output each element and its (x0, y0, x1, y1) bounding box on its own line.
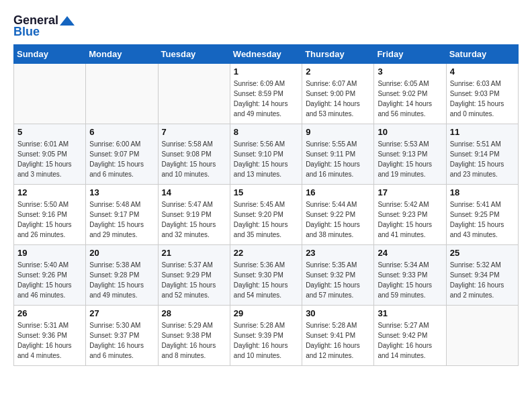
table-cell: 9Sunrise: 5:55 AM Sunset: 9:11 PM Daylig… (302, 124, 374, 185)
svg-marker-0 (60, 16, 75, 26)
day-number: 6 (89, 127, 154, 137)
day-number: 22 (234, 248, 298, 258)
day-info: Sunrise: 6:01 AM Sunset: 9:05 PM Dayligh… (17, 139, 82, 179)
week-row-5: 26Sunrise: 5:31 AM Sunset: 9:36 PM Dayli… (14, 306, 519, 366)
week-row-2: 5Sunrise: 6:01 AM Sunset: 9:05 PM Daylig… (14, 124, 519, 185)
day-number: 3 (378, 66, 442, 77)
logo-blue-text: Blue (13, 25, 40, 39)
week-row-1: 1Sunrise: 6:09 AM Sunset: 8:59 PM Daylig… (14, 64, 519, 124)
table-cell: 20Sunrise: 5:38 AM Sunset: 9:28 PM Dayli… (86, 245, 158, 306)
header-friday: Friday (374, 45, 446, 64)
day-number: 24 (378, 248, 442, 258)
day-number: 25 (450, 248, 515, 258)
day-info: Sunrise: 5:32 AM Sunset: 9:34 PM Dayligh… (450, 260, 515, 300)
logo-icon (60, 15, 75, 27)
table-cell: 7Sunrise: 5:58 AM Sunset: 9:08 PM Daylig… (158, 124, 230, 185)
day-number: 4 (450, 66, 515, 77)
day-number: 17 (378, 187, 442, 197)
table-cell: 31Sunrise: 5:27 AM Sunset: 9:42 PM Dayli… (374, 306, 446, 366)
day-info: Sunrise: 5:35 AM Sunset: 9:32 PM Dayligh… (306, 260, 370, 300)
table-cell: 27Sunrise: 5:30 AM Sunset: 9:37 PM Dayli… (86, 306, 158, 366)
day-info: Sunrise: 6:09 AM Sunset: 8:59 PM Dayligh… (234, 79, 298, 119)
day-number: 5 (17, 127, 82, 137)
day-number: 23 (306, 248, 370, 258)
day-number: 2 (306, 66, 370, 77)
page-header: General Blue (13, 13, 519, 39)
header-tuesday: Tuesday (158, 45, 230, 64)
table-cell: 4Sunrise: 6:03 AM Sunset: 9:03 PM Daylig… (446, 64, 518, 124)
day-info: Sunrise: 5:27 AM Sunset: 9:42 PM Dayligh… (378, 320, 442, 361)
day-number: 7 (162, 127, 226, 137)
day-info: Sunrise: 5:51 AM Sunset: 9:14 PM Dayligh… (450, 139, 515, 179)
table-cell: 2Sunrise: 6:07 AM Sunset: 9:00 PM Daylig… (302, 64, 374, 124)
header-thursday: Thursday (302, 45, 374, 64)
day-info: Sunrise: 5:56 AM Sunset: 9:10 PM Dayligh… (234, 139, 298, 179)
table-cell: 6Sunrise: 6:00 AM Sunset: 9:07 PM Daylig… (86, 124, 158, 185)
header-sunday: Sunday (14, 45, 86, 64)
day-number: 28 (162, 308, 226, 318)
day-info: Sunrise: 6:05 AM Sunset: 9:02 PM Dayligh… (378, 79, 442, 119)
day-info: Sunrise: 5:34 AM Sunset: 9:33 PM Dayligh… (378, 260, 442, 300)
day-number: 26 (17, 308, 82, 318)
day-info: Sunrise: 5:58 AM Sunset: 9:08 PM Dayligh… (162, 139, 226, 179)
table-cell: 5Sunrise: 6:01 AM Sunset: 9:05 PM Daylig… (14, 124, 86, 185)
day-info: Sunrise: 5:28 AM Sunset: 9:41 PM Dayligh… (306, 320, 370, 361)
week-row-3: 12Sunrise: 5:50 AM Sunset: 9:16 PM Dayli… (14, 185, 519, 245)
table-cell: 3Sunrise: 6:05 AM Sunset: 9:02 PM Daylig… (374, 64, 446, 124)
table-cell: 12Sunrise: 5:50 AM Sunset: 9:16 PM Dayli… (14, 185, 86, 245)
day-info: Sunrise: 6:07 AM Sunset: 9:00 PM Dayligh… (306, 79, 370, 119)
logo: General Blue (13, 13, 75, 39)
day-info: Sunrise: 5:45 AM Sunset: 9:20 PM Dayligh… (234, 199, 298, 240)
day-info: Sunrise: 5:38 AM Sunset: 9:28 PM Dayligh… (89, 260, 154, 300)
table-cell: 22Sunrise: 5:36 AM Sunset: 9:30 PM Dayli… (230, 245, 302, 306)
day-number: 13 (89, 187, 154, 197)
table-cell (158, 64, 230, 124)
day-info: Sunrise: 5:44 AM Sunset: 9:22 PM Dayligh… (306, 199, 370, 240)
table-cell: 17Sunrise: 5:42 AM Sunset: 9:23 PM Dayli… (374, 185, 446, 245)
table-cell: 10Sunrise: 5:53 AM Sunset: 9:13 PM Dayli… (374, 124, 446, 185)
table-cell: 30Sunrise: 5:28 AM Sunset: 9:41 PM Dayli… (302, 306, 374, 366)
header-saturday: Saturday (446, 45, 518, 64)
table-cell: 8Sunrise: 5:56 AM Sunset: 9:10 PM Daylig… (230, 124, 302, 185)
day-info: Sunrise: 5:28 AM Sunset: 9:39 PM Dayligh… (234, 320, 298, 361)
table-cell: 29Sunrise: 5:28 AM Sunset: 9:39 PM Dayli… (230, 306, 302, 366)
table-cell: 23Sunrise: 5:35 AM Sunset: 9:32 PM Dayli… (302, 245, 374, 306)
day-number: 15 (234, 187, 298, 197)
table-cell: 15Sunrise: 5:45 AM Sunset: 9:20 PM Dayli… (230, 185, 302, 245)
day-info: Sunrise: 5:37 AM Sunset: 9:29 PM Dayligh… (162, 260, 226, 300)
table-cell: 11Sunrise: 5:51 AM Sunset: 9:14 PM Dayli… (446, 124, 518, 185)
table-cell: 25Sunrise: 5:32 AM Sunset: 9:34 PM Dayli… (446, 245, 518, 306)
day-number: 27 (89, 308, 154, 318)
day-info: Sunrise: 5:48 AM Sunset: 9:17 PM Dayligh… (89, 199, 154, 240)
day-number: 8 (234, 127, 298, 137)
day-number: 16 (306, 187, 370, 197)
day-info: Sunrise: 5:29 AM Sunset: 9:38 PM Dayligh… (162, 320, 226, 361)
day-info: Sunrise: 5:31 AM Sunset: 9:36 PM Dayligh… (17, 320, 82, 361)
table-cell: 16Sunrise: 5:44 AM Sunset: 9:22 PM Dayli… (302, 185, 374, 245)
day-number: 14 (162, 187, 226, 197)
day-info: Sunrise: 5:50 AM Sunset: 9:16 PM Dayligh… (17, 199, 82, 240)
week-row-4: 19Sunrise: 5:40 AM Sunset: 9:26 PM Dayli… (14, 245, 519, 306)
table-cell: 19Sunrise: 5:40 AM Sunset: 9:26 PM Dayli… (14, 245, 86, 306)
table-cell (446, 306, 518, 366)
day-info: Sunrise: 5:53 AM Sunset: 9:13 PM Dayligh… (378, 139, 442, 179)
table-cell: 14Sunrise: 5:47 AM Sunset: 9:19 PM Dayli… (158, 185, 230, 245)
header-wednesday: Wednesday (230, 45, 302, 64)
day-number: 19 (17, 248, 82, 258)
table-cell (86, 64, 158, 124)
table-cell: 21Sunrise: 5:37 AM Sunset: 9:29 PM Dayli… (158, 245, 230, 306)
table-cell: 13Sunrise: 5:48 AM Sunset: 9:17 PM Dayli… (86, 185, 158, 245)
day-number: 30 (306, 308, 370, 318)
table-cell: 1Sunrise: 6:09 AM Sunset: 8:59 PM Daylig… (230, 64, 302, 124)
day-number: 1 (234, 66, 298, 77)
day-number: 11 (450, 127, 515, 137)
days-header-row: SundayMondayTuesdayWednesdayThursdayFrid… (14, 45, 519, 64)
day-number: 21 (162, 248, 226, 258)
day-number: 20 (89, 248, 154, 258)
day-info: Sunrise: 5:55 AM Sunset: 9:11 PM Dayligh… (306, 139, 370, 179)
table-cell: 24Sunrise: 5:34 AM Sunset: 9:33 PM Dayli… (374, 245, 446, 306)
day-number: 18 (450, 187, 515, 197)
day-info: Sunrise: 6:00 AM Sunset: 9:07 PM Dayligh… (89, 139, 154, 179)
day-info: Sunrise: 5:30 AM Sunset: 9:37 PM Dayligh… (89, 320, 154, 361)
day-info: Sunrise: 6:03 AM Sunset: 9:03 PM Dayligh… (450, 79, 515, 119)
